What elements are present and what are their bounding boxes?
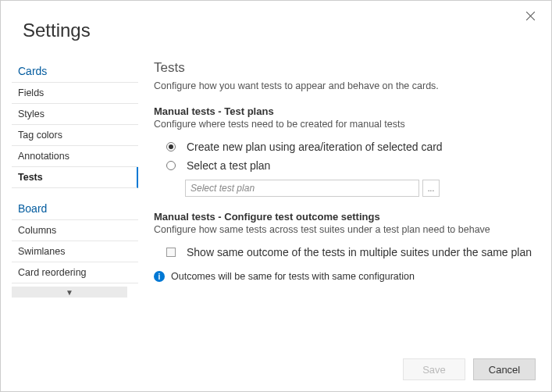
settings-content: Tests Configure how you want tests to ap… <box>138 60 551 346</box>
test-plan-placeholder: Select test plan <box>191 183 255 194</box>
ellipsis-icon: ... <box>428 184 434 193</box>
cancel-button[interactable]: Cancel <box>473 358 536 380</box>
sidebar-item-annotations[interactable]: Annotations <box>12 146 138 167</box>
radio-create-new-plan-label: Create new plan using area/iteration of … <box>187 141 443 153</box>
info-icon: i <box>154 271 165 282</box>
show-same-outcome-row[interactable]: Show same outcome of the tests in multip… <box>154 243 536 262</box>
outcome-desc: Configure how same tests across test sui… <box>154 224 536 235</box>
sidebar-item-fields[interactable]: Fields <box>12 83 138 104</box>
sidebar-group-board: Board <box>12 198 138 220</box>
settings-sidebar: Cards Fields Styles Tag colors Annotatio… <box>12 60 138 346</box>
test-plan-input[interactable]: Select test plan <box>185 180 419 197</box>
sidebar-collapse-button[interactable]: ▼ <box>12 287 127 298</box>
sidebar-item-tag-colors[interactable]: Tag colors <box>12 125 138 146</box>
manual-plans-desc: Configure where tests need to be created… <box>154 119 536 130</box>
dialog-footer: Save Cancel <box>403 358 536 380</box>
sidebar-group-cards: Cards <box>12 60 138 83</box>
section-description: Configure how you want tests to appear a… <box>154 80 536 91</box>
show-same-outcome-label: Show same outcome of the tests in multip… <box>187 246 532 258</box>
outcome-info-text: Outcomes will be same for tests with sam… <box>171 271 415 282</box>
dialog-title: Settings <box>1 1 551 41</box>
section-title: Tests <box>154 60 536 76</box>
manual-plans-title: Manual tests - Test plans <box>154 105 536 117</box>
sidebar-item-card-reordering[interactable]: Card reordering <box>12 262 138 283</box>
sidebar-item-styles[interactable]: Styles <box>12 104 138 125</box>
radio-create-new-plan[interactable] <box>166 142 176 151</box>
sidebar-item-tests[interactable]: Tests <box>12 167 138 188</box>
save-button[interactable]: Save <box>403 358 465 380</box>
sidebar-item-swimlanes[interactable]: Swimlanes <box>12 241 138 262</box>
chevron-down-icon: ▼ <box>66 288 73 297</box>
radio-select-plan-label: Select a test plan <box>187 159 270 172</box>
sidebar-item-columns[interactable]: Columns <box>12 220 138 241</box>
radio-select-plan[interactable] <box>166 161 176 170</box>
browse-plan-button[interactable]: ... <box>422 180 440 197</box>
radio-select-plan-row[interactable]: Select a test plan <box>154 156 536 175</box>
outcome-info-row: i Outcomes will be same for tests with s… <box>154 271 536 282</box>
close-icon[interactable] <box>525 10 537 23</box>
radio-create-new-plan-row[interactable]: Create new plan using area/iteration of … <box>154 137 536 156</box>
outcome-title: Manual tests - Configure test outcome se… <box>154 211 536 223</box>
show-same-outcome-checkbox[interactable] <box>166 248 176 257</box>
